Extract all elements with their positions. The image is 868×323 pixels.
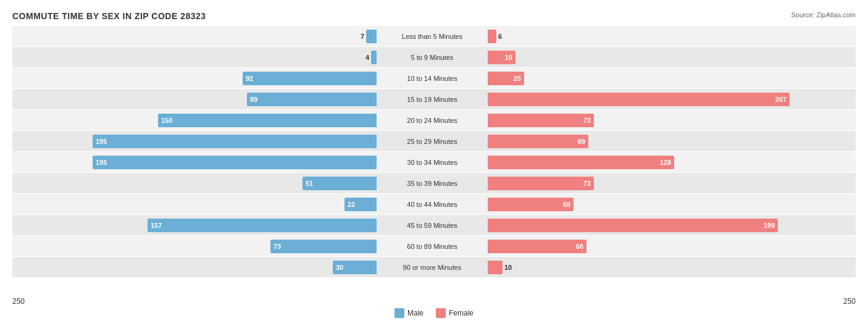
female-bar: [488, 30, 496, 43]
right-side: 199: [488, 215, 852, 235]
right-side: 73: [488, 173, 852, 193]
male-value-label: 30: [333, 264, 343, 271]
right-side: 207: [488, 89, 852, 109]
left-side: 22: [12, 194, 377, 214]
female-bar: 68: [488, 240, 586, 253]
row-label: 90 or more Minutes: [377, 264, 488, 271]
male-value-label: 89: [247, 96, 257, 103]
chart-container: COMMUTE TIME BY SEX IN ZIP CODE 28323 So…: [0, 0, 868, 323]
chart-row: 7360 to 89 Minutes68: [12, 236, 856, 256]
male-bar: [371, 51, 377, 64]
left-side: 195: [12, 152, 377, 172]
axis-left: 250: [12, 297, 25, 306]
left-side: 195: [12, 131, 377, 151]
male-bar: 157: [148, 219, 377, 232]
left-side: 92: [12, 68, 377, 88]
left-side: 4: [12, 47, 377, 67]
female-bar: 128: [488, 156, 674, 169]
legend-female-label: Female: [449, 309, 474, 317]
female-value-outside: 10: [504, 264, 512, 271]
chart-row: 15745 to 59 Minutes199: [12, 215, 856, 235]
row-label: 5 to 9 Minutes: [377, 54, 488, 61]
female-value-label: 19: [505, 54, 515, 61]
right-side: 25: [488, 68, 852, 88]
chart-area: 7Less than 5 Minutes645 to 9 Minutes1992…: [12, 26, 856, 285]
female-bar: 25: [488, 72, 524, 85]
female-value-label: 68: [576, 243, 586, 250]
chart-row: 15020 to 24 Minutes73: [12, 110, 856, 130]
chart-row: 9210 to 14 Minutes25: [12, 68, 856, 88]
axis-right: 250: [843, 297, 856, 306]
legend-female-box: [436, 308, 446, 318]
chart-title: COMMUTE TIME BY SEX IN ZIP CODE 28323: [12, 11, 856, 21]
male-bar: 89: [247, 93, 377, 106]
legend-female: Female: [436, 308, 474, 318]
chart-row: 19525 to 29 Minutes69: [12, 131, 856, 151]
row-label: 60 to 89 Minutes: [377, 243, 488, 250]
legend-male-box: [394, 308, 404, 318]
row-label: 10 to 14 Minutes: [377, 75, 488, 82]
female-value-label: 73: [583, 117, 594, 124]
chart-row: 5135 to 39 Minutes73: [12, 173, 856, 193]
right-side: 6: [488, 26, 852, 46]
left-side: 30: [12, 257, 377, 277]
male-value-label: 73: [270, 243, 281, 250]
male-value-label: 157: [148, 222, 162, 229]
male-value-label: 195: [93, 138, 107, 145]
female-value-label: 199: [764, 222, 778, 229]
axis-labels: 250 250: [12, 297, 856, 306]
source-text: Source: ZipAtlas.com: [791, 11, 856, 19]
female-value-label: 207: [775, 96, 790, 103]
chart-row: 45 to 9 Minutes19: [12, 47, 856, 67]
row-label: 45 to 59 Minutes: [377, 222, 488, 229]
chart-row: 7Less than 5 Minutes6: [12, 26, 856, 46]
male-value-outside: 7: [361, 33, 364, 40]
female-value-label: 69: [578, 138, 588, 145]
male-value-label: 51: [303, 180, 313, 187]
right-side: 59: [488, 194, 852, 214]
male-bar: 22: [344, 198, 377, 211]
female-bar: 59: [488, 198, 574, 211]
female-value-label: 59: [563, 201, 574, 208]
male-value-label: 150: [158, 117, 172, 124]
left-side: 157: [12, 215, 377, 235]
male-value-outside: 4: [365, 54, 369, 61]
female-value-label: 73: [583, 180, 594, 187]
legend: Male Female: [12, 308, 856, 318]
right-side: 10: [488, 257, 852, 277]
female-bar: 19: [488, 51, 515, 64]
male-bar: 30: [333, 261, 377, 274]
male-bar: 51: [303, 177, 377, 190]
female-bar: 73: [488, 177, 594, 190]
female-bar: 69: [488, 135, 588, 148]
male-bar: 195: [93, 135, 377, 148]
chart-row: 3090 or more Minutes10: [12, 257, 856, 277]
female-bar: 199: [488, 219, 778, 232]
male-value-label: 22: [344, 201, 355, 208]
right-side: 68: [488, 236, 852, 256]
row-label: 30 to 34 Minutes: [377, 159, 488, 166]
male-value-label: 92: [243, 75, 253, 82]
chart-row: 2240 to 44 Minutes59: [12, 194, 856, 214]
male-bar: 150: [158, 114, 377, 127]
row-label: 35 to 39 Minutes: [377, 180, 488, 187]
row-label: 25 to 29 Minutes: [377, 138, 488, 145]
left-side: 89: [12, 89, 377, 109]
male-bar: 92: [243, 72, 377, 85]
row-label: Less than 5 Minutes: [377, 33, 488, 40]
male-value-label: 195: [93, 159, 107, 166]
female-bar: 207: [488, 93, 790, 106]
male-bar: 73: [270, 240, 377, 253]
chart-row: 19530 to 34 Minutes128: [12, 152, 856, 172]
male-bar: [366, 30, 377, 43]
female-value-label: 25: [514, 75, 524, 82]
right-side: 73: [488, 110, 852, 130]
bottom-area: 250 250 Male Female: [0, 296, 868, 323]
female-bar: [488, 261, 503, 274]
female-bar: 73: [488, 114, 594, 127]
chart-row: 8915 to 19 Minutes207: [12, 89, 856, 109]
left-side: 51: [12, 173, 377, 193]
male-bar: 195: [93, 156, 377, 169]
right-side: 19: [488, 47, 852, 67]
row-label: 40 to 44 Minutes: [377, 201, 488, 208]
